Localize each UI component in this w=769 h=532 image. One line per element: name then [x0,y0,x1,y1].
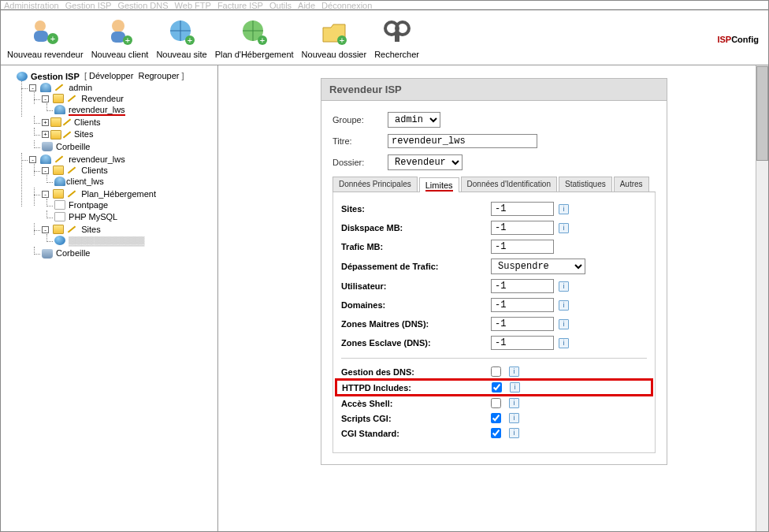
cgi-std-label: CGI Standard: [341,429,491,438]
link-developper[interactable]: Développer [89,71,133,80]
tree-sites-2[interactable]: Sites [81,225,100,234]
tree-revendeur-lws-2[interactable]: revendeur_lws [69,154,125,164]
tree-revendeur-lws[interactable]: revendeur_lws [69,105,125,116]
diskspace-label: Diskspace MB: [341,223,491,233]
tree-php-mysql[interactable]: PHP MySQL [69,212,117,221]
info-icon[interactable]: i [509,366,519,377]
utilisateur-input[interactable] [491,279,554,293]
tab-identification[interactable]: Données d'Identification [461,177,557,192]
folder-icon [50,117,61,127]
groupe-select[interactable]: admin [388,112,440,128]
tabs: Données Principales Limites Données d'Id… [332,177,656,192]
tree-root[interactable]: Gestion ISP [31,72,80,81]
info-icon[interactable]: i [559,204,569,214]
info-icon[interactable]: i [559,223,569,233]
pencil-icon [68,190,76,197]
expander-icon[interactable]: - [29,156,36,163]
svg-text:+: + [50,34,55,43]
tool-nouveau-revendeur[interactable]: +Nouveau revendeur [7,17,84,59]
httpd-check[interactable] [492,382,502,392]
groupe-label: Groupe: [332,115,388,125]
limites-form: Sites:i Diskspace MB:i Trafic MB: Dépass… [332,192,656,453]
cgi-label: Scripts CGI: [341,414,491,423]
depassement-label: Dépassement de Trafic: [341,262,491,271]
trafic-input[interactable] [491,240,554,254]
dossier-select[interactable]: Revendeur [388,154,463,170]
info-icon[interactable]: i [559,319,569,329]
tool-plan-hebergement[interactable]: +Plan d'Hébergement [215,17,294,59]
revendeur-panel: Revendeur ISP Groupe:admin Titre: Dossie… [321,78,667,465]
tree-clients-2[interactable]: Clients [81,166,108,175]
zones-m-input[interactable] [491,317,554,331]
content-area: Revendeur ISP Groupe:admin Titre: Dossie… [218,65,768,532]
scrollbar[interactable] [756,65,768,531]
expander-icon[interactable]: - [42,167,49,174]
group-icon [40,154,51,164]
tree-sidebar: Gestion ISP [ Développer Regrouper ] - a… [1,65,218,532]
tree-client-lws[interactable]: client_lws [66,177,104,186]
cgi-std-check[interactable] [491,428,501,438]
panel-title: Revendeur ISP [321,79,667,101]
expander-icon[interactable]: + [42,131,49,138]
info-icon[interactable]: i [559,300,569,311]
tree-frontpage[interactable]: Frontpage [69,200,108,210]
group-icon [40,83,51,92]
folder-icon [50,130,61,140]
toolbar: +Nouveau revendeur +Nouveau client +Nouv… [1,10,768,65]
page-icon [54,200,65,210]
tree-admin[interactable]: admin [69,83,92,92]
tab-donnees-principales[interactable]: Données Principales [332,177,418,192]
domaines-label: Domaines: [341,300,491,310]
info-icon[interactable]: i [509,428,519,438]
tree-sites[interactable]: Sites [74,130,93,140]
expander-icon[interactable]: + [42,119,49,126]
pencil-icon [63,131,71,138]
info-icon[interactable]: i [509,413,519,423]
brand-logo: ISPConfig [717,23,759,48]
titre-input[interactable] [388,134,537,148]
info-icon[interactable]: i [510,382,520,392]
group-icon [54,105,65,114]
tool-nouveau-dossier[interactable]: +Nouveau dossier [302,17,367,59]
folder-icon [53,94,64,103]
tree-revendeur[interactable]: Revendeur [81,94,124,103]
expander-icon[interactable]: - [42,95,49,102]
svg-text:+: + [259,35,264,45]
httpd-label: HTTPD Includes: [342,383,492,392]
zones-m-label: Zones Maitres (DNS): [341,319,491,329]
tree-clients[interactable]: Clients [74,117,101,127]
tree-corbeille[interactable]: Corbeille [56,142,90,151]
svg-point-4 [112,20,124,32]
page-icon [54,212,65,221]
link-regrouper[interactable]: Regrouper [138,71,179,80]
info-icon[interactable]: i [559,281,569,292]
tool-rechercher[interactable]: Rechercher [374,17,419,59]
domaines-input[interactable] [491,298,554,312]
gestion-dns-check[interactable] [491,366,501,377]
cgi-check[interactable] [491,413,501,423]
tab-statistiques[interactable]: Statistiques [559,177,612,192]
zones-e-input[interactable] [491,336,554,350]
diskspace-input[interactable] [491,221,554,235]
tool-nouveau-client[interactable]: +Nouveau client [91,17,149,59]
trash-icon [42,142,53,151]
info-icon[interactable]: i [509,398,519,408]
expander-icon[interactable]: - [29,84,36,91]
depassement-select[interactable]: Suspendre [491,259,585,274]
sites-input[interactable] [491,202,554,216]
info-icon[interactable]: i [559,338,569,348]
tool-nouveau-site[interactable]: +Nouveau site [156,17,206,59]
tree-site-item[interactable]: ▓▓▓▓▓▓▓▓▓▓▓▓ [69,236,144,245]
tab-autres[interactable]: Autres [614,177,649,192]
person-icon [54,177,65,186]
tree-corbeille-2[interactable]: Corbeille [56,249,90,259]
shell-check[interactable] [491,398,501,408]
svg-text:+: + [187,35,191,45]
pencil-icon [68,95,76,102]
pencil-icon [63,119,71,126]
tab-limites[interactable]: Limites [419,177,459,192]
pencil-icon [55,155,63,162]
tree-plan-heberg[interactable]: Plan_Hébergement [81,189,156,199]
expander-icon[interactable]: - [42,226,49,233]
expander-icon[interactable]: - [42,191,49,198]
